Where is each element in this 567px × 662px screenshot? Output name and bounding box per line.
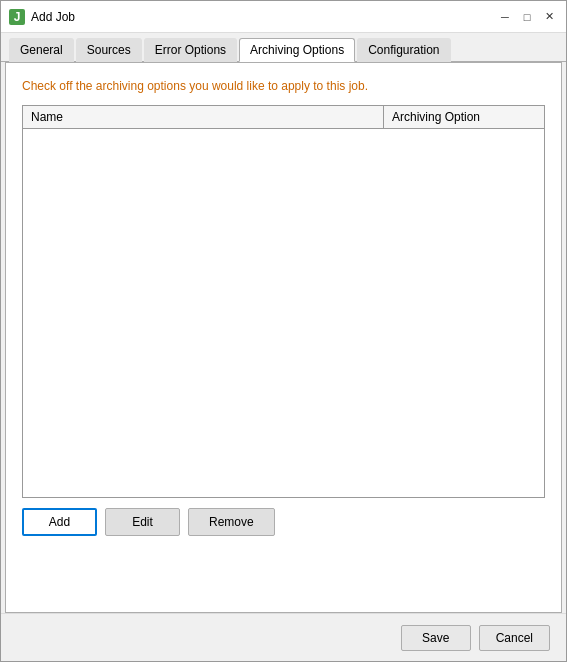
edit-button[interactable]: Edit — [105, 508, 180, 536]
tab-error-options[interactable]: Error Options — [144, 38, 237, 62]
archiving-table: Name Archiving Option — [22, 105, 545, 498]
tab-bar: General Sources Error Options Archiving … — [1, 33, 566, 62]
remove-button[interactable]: Remove — [188, 508, 275, 536]
window-title: Add Job — [31, 10, 496, 24]
col-header-name: Name — [23, 106, 384, 128]
action-buttons: Add Edit Remove — [22, 508, 545, 536]
minimize-button[interactable]: ─ — [496, 8, 514, 26]
table-header: Name Archiving Option — [23, 106, 544, 129]
instruction-text: Check off the archiving options you woul… — [22, 79, 545, 93]
add-button[interactable]: Add — [22, 508, 97, 536]
maximize-button[interactable]: □ — [518, 8, 536, 26]
col-header-option: Archiving Option — [384, 106, 544, 128]
footer-bar: Save Cancel — [1, 613, 566, 661]
title-bar: J Add Job ─ □ ✕ — [1, 1, 566, 33]
table-body — [23, 129, 544, 497]
tab-general[interactable]: General — [9, 38, 74, 62]
tab-configuration[interactable]: Configuration — [357, 38, 450, 62]
title-buttons: ─ □ ✕ — [496, 8, 558, 26]
main-content: Check off the archiving options you woul… — [5, 62, 562, 613]
save-button[interactable]: Save — [401, 625, 471, 651]
tab-sources[interactable]: Sources — [76, 38, 142, 62]
app-icon: J — [9, 9, 25, 25]
tab-archiving-options[interactable]: Archiving Options — [239, 38, 355, 62]
spacer — [22, 536, 545, 596]
close-button[interactable]: ✕ — [540, 8, 558, 26]
main-window: J Add Job ─ □ ✕ General Sources Error Op… — [0, 0, 567, 662]
cancel-button[interactable]: Cancel — [479, 625, 550, 651]
